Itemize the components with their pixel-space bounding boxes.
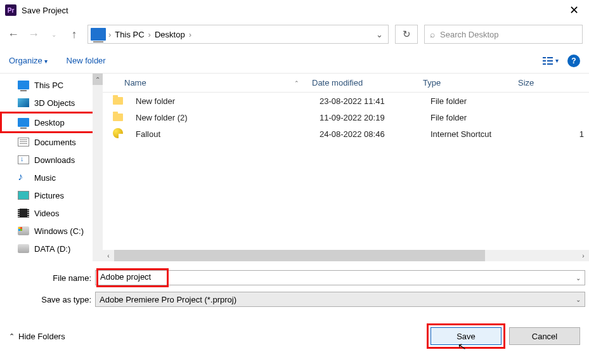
file-row[interactable]: New folder23-08-2022 11:41File folder	[103, 93, 589, 109]
up-button[interactable]: ↑	[67, 28, 81, 41]
file-date: 24-08-2022 08:46	[313, 129, 424, 139]
folder-icon	[113, 114, 123, 121]
file-size: 1	[519, 129, 589, 139]
refresh-button[interactable]: ↻	[395, 25, 418, 44]
cancel-button[interactable]: Cancel	[509, 327, 580, 345]
column-date[interactable]: Date modified	[306, 78, 417, 88]
view-options-button[interactable]: ▾	[543, 56, 559, 65]
breadcrumb-desktop[interactable]: Desktop	[151, 30, 189, 39]
tree-scrollbar[interactable]: ⌃	[93, 74, 103, 261]
music-icon: ♪	[18, 173, 29, 182]
column-type[interactable]: Type	[417, 78, 512, 88]
scroll-right-icon[interactable]: ›	[578, 250, 589, 261]
svg-rect-2	[543, 63, 546, 65]
close-icon[interactable]: ✕	[564, 1, 584, 20]
window-title: Save Project	[22, 6, 564, 15]
sort-asc-icon: ⌃	[294, 80, 299, 86]
tree-this-pc[interactable]: This PC	[0, 76, 103, 94]
search-placeholder: Search Desktop	[440, 30, 499, 39]
folder-tree: This PC 3D Objects Desktop Documents Dow…	[0, 74, 103, 261]
saveastype-value: Adobe Premiere Pro Project (*.prproj)	[100, 295, 236, 304]
file-name: Fallout	[129, 129, 313, 139]
address-bar[interactable]: › This PC › Desktop › ⌄	[87, 25, 389, 44]
saveastype-select[interactable]: Adobe Premiere Pro Project (*.prproj) ⌄	[95, 292, 585, 307]
chevron-down-icon[interactable]: ⌄	[576, 296, 581, 303]
svg-rect-5	[547, 63, 553, 65]
back-button[interactable]: ←	[6, 28, 20, 41]
svg-rect-3	[547, 57, 553, 58]
drive-icon	[18, 244, 29, 253]
filename-input[interactable]: Adobe project ⌄	[95, 270, 585, 285]
premiere-app-icon: Pr	[5, 4, 16, 16]
tree-3d-objects[interactable]: 3D Objects	[0, 94, 103, 112]
download-icon	[18, 155, 29, 164]
file-type: File folder	[424, 113, 519, 122]
cube-icon	[18, 98, 29, 107]
shortcut-icon	[113, 128, 123, 138]
svg-rect-4	[547, 60, 553, 62]
file-row[interactable]: New folder (2)11-09-2022 20:19File folde…	[103, 109, 589, 126]
file-date: 11-09-2022 20:19	[313, 113, 424, 122]
chevron-right-icon[interactable]: ›	[189, 30, 191, 39]
svg-rect-1	[543, 60, 546, 62]
file-type: Internet Shortcut	[424, 129, 519, 139]
file-date: 23-08-2022 11:41	[313, 96, 424, 106]
tree-music[interactable]: ♪Music	[0, 169, 103, 186]
mouse-cursor-icon: ↖	[456, 340, 467, 353]
document-icon	[18, 138, 29, 146]
hide-folders-toggle[interactable]: ⌃ Hide Folders	[9, 332, 65, 341]
organize-menu[interactable]: Organize	[9, 56, 48, 65]
tree-desktop[interactable]: Desktop	[0, 112, 103, 133]
search-input[interactable]: ⌕ Search Desktop	[424, 25, 583, 44]
chevron-up-icon: ⌃	[9, 332, 15, 341]
saveastype-label: Save as type:	[4, 295, 95, 304]
scroll-left-icon[interactable]: ‹	[103, 250, 114, 261]
save-button[interactable]: Save ↖	[430, 327, 502, 345]
pictures-icon	[18, 191, 29, 200]
file-list: New folder23-08-2022 11:41File folderNew…	[103, 93, 589, 142]
horizontal-scrollbar[interactable]: ‹ ›	[103, 250, 589, 261]
tree-downloads[interactable]: Downloads	[0, 151, 103, 169]
tree-data-d[interactable]: DATA (D:)	[0, 240, 103, 257]
monitor-icon	[18, 81, 29, 89]
new-folder-button[interactable]: New folder	[67, 56, 106, 65]
filename-value: Adobe project	[98, 270, 167, 286]
column-name[interactable]: Name⌃	[103, 78, 306, 88]
monitor-icon	[18, 118, 29, 127]
search-icon: ⌕	[430, 29, 435, 39]
file-list-header: Name⌃ Date modified Type Size	[103, 74, 589, 93]
filename-label: File name:	[4, 273, 95, 283]
folder-icon	[113, 97, 123, 105]
forward-button: →	[27, 28, 41, 41]
details-view-icon	[543, 56, 553, 65]
svg-rect-0	[543, 57, 546, 58]
tree-pictures[interactable]: Pictures	[0, 186, 103, 204]
tree-windows-c[interactable]: Windows (C:)	[0, 222, 103, 240]
help-button[interactable]: ?	[567, 55, 580, 67]
recent-dropdown[interactable]: ⌄	[47, 31, 61, 38]
breadcrumb-this-pc[interactable]: This PC	[111, 30, 148, 39]
pc-icon	[91, 28, 106, 41]
tree-videos[interactable]: Videos	[0, 204, 103, 222]
chevron-down-icon[interactable]: ⌄	[576, 275, 581, 282]
videos-icon	[18, 209, 29, 218]
file-row[interactable]: Fallout24-08-2022 08:46Internet Shortcut…	[103, 126, 589, 142]
column-size[interactable]: Size	[512, 78, 589, 88]
address-dropdown[interactable]: ⌄	[371, 30, 388, 39]
file-name: New folder (2)	[129, 113, 313, 122]
drive-icon	[18, 226, 29, 235]
file-name: New folder	[129, 96, 313, 106]
tree-documents[interactable]: Documents	[0, 133, 103, 151]
file-type: File folder	[424, 96, 519, 106]
